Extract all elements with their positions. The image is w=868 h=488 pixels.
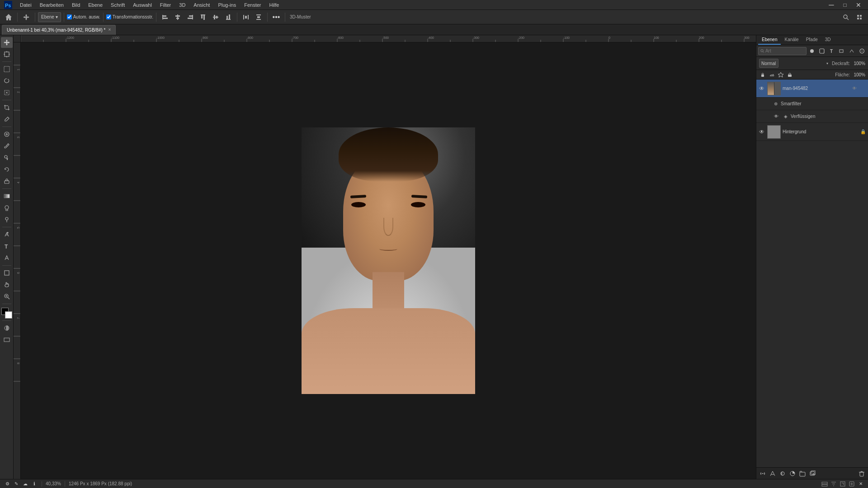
eraser-tool[interactable] (1, 176, 13, 187)
align-left-btn[interactable] (159, 12, 171, 23)
status-expand-btn[interactable] (839, 480, 846, 488)
menu-3d[interactable]: 3D (175, 1, 189, 9)
path-select-tool[interactable] (1, 253, 13, 263)
filter-toggle-btn[interactable]: ⊙ (857, 47, 866, 56)
align-center-v-btn[interactable] (210, 12, 222, 23)
canvas-area[interactable] (21, 42, 756, 479)
move-tool-btn[interactable] (20, 12, 32, 23)
dist-h-btn[interactable] (240, 12, 252, 23)
layer-vis-verfluessigen[interactable]: 👁 (773, 113, 780, 120)
hand-tool[interactable] (1, 279, 13, 290)
menu-fenster[interactable]: Fenster (241, 1, 264, 9)
layer-item-man[interactable]: 👁 man-945482 👁 (756, 80, 868, 98)
fill-value[interactable]: 100% (851, 72, 865, 77)
lock-image-btn[interactable] (768, 71, 775, 78)
status-settings-btn[interactable]: ⚙ (4, 480, 11, 488)
spot-heal-tool[interactable] (1, 129, 13, 140)
menu-hilfe[interactable]: Hilfe (265, 1, 283, 9)
tab-ebenen[interactable]: Ebenen (758, 35, 781, 45)
blur-tool[interactable] (1, 202, 13, 213)
more-options-btn[interactable]: ••• (270, 12, 282, 23)
text-tool[interactable]: T (1, 241, 13, 252)
dodge-tool[interactable] (1, 214, 13, 225)
align-top-btn[interactable] (197, 12, 209, 23)
shape-tool[interactable] (1, 267, 13, 278)
menu-ebene[interactable]: Ebene (85, 1, 106, 9)
home-btn[interactable] (3, 12, 14, 23)
blend-mode-select[interactable]: Normal (759, 59, 778, 68)
document-canvas[interactable] (302, 127, 475, 394)
clone-stamp-tool[interactable] (1, 152, 13, 163)
tab-close-btn[interactable]: × (108, 28, 111, 32)
autom-checkbox[interactable]: Autom. ausw. (67, 14, 100, 19)
menu-auswahl[interactable]: Auswahl (129, 1, 156, 9)
filter-adj-btn[interactable] (817, 47, 826, 56)
marquee-tool[interactable] (1, 64, 13, 75)
zoom-tool[interactable] (1, 291, 13, 302)
pen-tool[interactable] (1, 229, 13, 240)
view-options-btn[interactable] (854, 12, 865, 23)
align-bottom-btn[interactable] (222, 12, 234, 23)
add-group-btn[interactable] (798, 469, 807, 478)
layer-vis-man[interactable]: 👁 (758, 85, 765, 92)
filter-smart-btn[interactable] (847, 47, 856, 56)
layer-sub-verfluessigen[interactable]: 👁 ◈ Verflüssigen (756, 110, 868, 123)
add-style-btn[interactable] (768, 469, 777, 478)
layer-vis-right-man[interactable]: 👁 (851, 85, 858, 92)
align-center-h-btn[interactable] (172, 12, 184, 23)
close-btn[interactable]: ✕ (853, 0, 864, 10)
document-tab[interactable]: Unbenannt-1 bei 40,3% (man-945482, RGB/8… (2, 25, 116, 35)
filter-shape-btn[interactable] (837, 47, 846, 56)
tab-pfade[interactable]: Pfade (802, 35, 821, 45)
layers-search-input[interactable] (765, 48, 804, 53)
filter-text-btn[interactable]: T (827, 47, 836, 56)
brush-tool[interactable] (1, 141, 13, 151)
lock-position-btn[interactable] (777, 71, 784, 78)
add-mask-btn[interactable] (778, 469, 787, 478)
menu-bild[interactable]: Bild (68, 1, 84, 9)
color-swatches[interactable] (1, 308, 12, 319)
history-brush-tool[interactable] (1, 164, 13, 175)
menu-plugins[interactable]: Plug-ins (214, 1, 240, 9)
move-tool[interactable] (1, 37, 13, 48)
status-add-btn[interactable] (848, 480, 855, 488)
menu-filter[interactable]: Filter (156, 1, 175, 9)
status-layers-btn[interactable] (821, 480, 828, 488)
link-layers-btn[interactable] (758, 469, 767, 478)
screen-mode-btn[interactable] (1, 334, 13, 345)
status-cloud-btn[interactable]: ☁ (22, 480, 29, 488)
align-right-btn[interactable] (184, 12, 196, 23)
status-info-btn[interactable]: ℹ (31, 480, 38, 488)
lasso-tool[interactable] (1, 75, 13, 86)
eyedropper-tool[interactable] (1, 114, 13, 125)
transformations-checkbox[interactable]: Transformationssstr. (106, 14, 153, 19)
ebene-dropdown[interactable]: Ebene ▾ (38, 12, 61, 22)
lock-transparent-btn[interactable] (759, 71, 766, 78)
crop-tool[interactable] (1, 102, 13, 113)
tab-3d[interactable]: 3D (821, 35, 835, 45)
menu-datei[interactable]: Datei (16, 1, 35, 9)
opacity-value[interactable]: 100% (851, 61, 865, 66)
layer-item-hintergrund[interactable]: 👁 Hintergrund 🔒 (756, 123, 868, 141)
layer-vis-hintergrund[interactable]: 👁 (758, 128, 765, 136)
search-btn[interactable] (840, 12, 852, 23)
dist-v-btn[interactable] (253, 12, 264, 23)
background-color[interactable] (5, 311, 12, 319)
menu-schrift[interactable]: Schrift (107, 1, 128, 9)
object-select-tool[interactable] (1, 87, 13, 98)
menu-bearbeiten[interactable]: Bearbeiten (36, 1, 67, 9)
layers-search[interactable] (758, 47, 807, 55)
lock-all-btn[interactable] (786, 71, 793, 78)
status-adjust-btn[interactable] (830, 480, 837, 488)
delete-layer-btn[interactable] (857, 469, 866, 478)
tab-kanaele[interactable]: Kanäle (781, 35, 802, 45)
add-adjustment-btn[interactable] (788, 469, 797, 478)
gradient-tool[interactable] (1, 191, 13, 202)
menu-ansicht[interactable]: Ansicht (190, 1, 213, 9)
quick-mask-btn[interactable] (1, 323, 13, 333)
status-pencil-btn[interactable]: ✎ (13, 480, 20, 488)
filter-kind-btn[interactable] (807, 47, 816, 56)
status-close-btn[interactable]: ✕ (857, 480, 864, 488)
artboard-tool[interactable] (1, 49, 13, 60)
minimize-btn[interactable]: ─ (826, 0, 837, 10)
